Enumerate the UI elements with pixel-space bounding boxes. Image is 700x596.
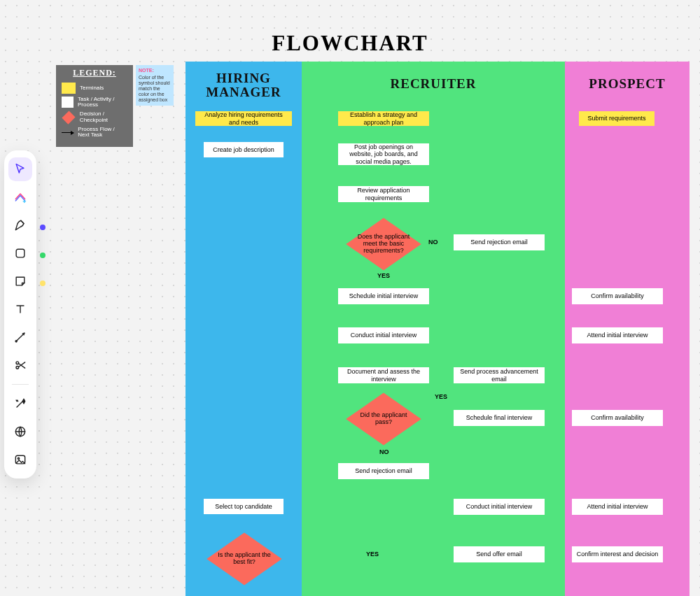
node-review-reqs[interactable]: Review application requirements (338, 186, 429, 202)
shape-tool[interactable] (8, 241, 32, 265)
text-tool[interactable] (8, 297, 32, 321)
swimlanes[interactable]: HIRING MANAGER Analyze hiring requiremen… (186, 62, 690, 596)
legend-label-flow: Process Flow / Next Task (78, 127, 127, 139)
node-did-pass-label: Did the applicant pass? (346, 392, 421, 446)
node-select-top[interactable]: Select top candidate (204, 499, 284, 514)
ai-icon (13, 190, 27, 204)
edge-label-no-1: NO (428, 239, 438, 246)
pen-tool[interactable] (8, 213, 32, 237)
image-tool[interactable] (8, 448, 32, 471)
edge-label-yes-1: YES (377, 272, 390, 279)
scissors-icon (13, 358, 27, 372)
node-create-desc[interactable]: Create job description (204, 142, 284, 157)
edge-label-yes-3: YES (366, 551, 379, 558)
node-submit-reqs[interactable]: Submit requirements (579, 111, 654, 126)
sticky-icon (13, 274, 27, 288)
globe-icon (13, 425, 27, 439)
edge-label-no-2: NO (379, 448, 389, 455)
node-confirm-avail-1[interactable]: Confirm availability (572, 288, 663, 304)
node-post-openings[interactable]: Post job openings on website, job boards… (338, 143, 429, 165)
legend-title: LEGEND: (62, 68, 127, 78)
toolbar-divider (12, 384, 29, 385)
ai-tool[interactable] (8, 185, 32, 209)
sparkle-icon (13, 397, 27, 411)
legend-row-flow: Process Flow / Next Task (62, 127, 127, 139)
node-confirm-interest[interactable]: Confirm interest and decision (572, 546, 663, 562)
note-heading: NOTE: (139, 68, 171, 73)
node-rejection-2[interactable]: Send rejection email (338, 463, 429, 479)
pointer-tool[interactable] (8, 157, 32, 181)
connector-icon (13, 330, 27, 344)
node-analyze[interactable]: Analyze hiring requirements and needs (195, 111, 292, 126)
node-schedule-initial[interactable]: Schedule initial interview (338, 288, 429, 304)
svg-point-1 (15, 341, 17, 342)
pointer-icon (13, 162, 27, 176)
lane-header-recruiter: RECRUITER (302, 62, 565, 101)
node-attend-initial-2[interactable]: Attend initial interview (572, 499, 663, 515)
node-schedule-final[interactable]: Schedule final interview (454, 410, 545, 426)
node-best-fit-label: Is the applicant the best fit? (206, 532, 282, 586)
svg-point-6 (18, 457, 19, 459)
globe-tool[interactable] (8, 420, 32, 444)
sticky-color-indicator (40, 281, 46, 286)
lane-header-hiring: HIRING MANAGER (186, 62, 302, 109)
shape-color-indicator (40, 253, 46, 258)
text-icon (13, 302, 27, 316)
node-adv-email[interactable]: Send process advancement email (454, 367, 545, 383)
legend-swatch-process (62, 97, 74, 108)
sticky-tool[interactable] (8, 269, 32, 293)
legend-swatch-terminal (62, 83, 76, 94)
legend-row-decision: Decision / Checkpoint (62, 111, 127, 124)
node-attend-initial-1[interactable]: Attend initial interview (572, 327, 663, 343)
lane-header-prospect: PROSPECT (565, 62, 690, 101)
note-panel[interactable]: NOTE: Color of the symbol should match t… (136, 65, 174, 106)
legend-panel[interactable]: LEGEND: Terminals Task / Activity / Proc… (56, 65, 133, 147)
legend-label-decision: Decision / Checkpoint (80, 111, 127, 123)
legend-row-process: Task / Activity / Process (62, 97, 127, 108)
legend-label-terminals: Terminals (80, 85, 104, 91)
node-doc-assess[interactable]: Document and assess the interview (338, 367, 429, 383)
svg-rect-0 (16, 249, 24, 257)
pen-color-indicator (40, 225, 46, 230)
lane-prospect[interactable]: PROSPECT Submit requirements Confirm ava… (565, 62, 690, 596)
node-rejection-1[interactable]: Send rejection email (454, 234, 545, 250)
legend-swatch-flow (62, 132, 74, 133)
node-send-offer[interactable]: Send offer email (454, 546, 545, 562)
note-body: Color of the symbol should match the col… (139, 75, 170, 102)
lane-hiring-manager[interactable]: HIRING MANAGER Analyze hiring requiremen… (186, 62, 302, 596)
left-toolbar (4, 150, 36, 478)
node-strategy[interactable]: Establish a strategy and approach plan (338, 111, 429, 126)
flowchart-title: FLOWCHART (0, 31, 700, 56)
node-did-pass[interactable]: Did the applicant pass? (346, 392, 421, 446)
image-icon (13, 453, 27, 467)
edge-label-yes-2: YES (435, 393, 447, 400)
connector-tool[interactable] (8, 325, 32, 349)
node-conduct-initial[interactable]: Conduct initial interview (338, 327, 429, 343)
lane-recruiter[interactable]: RECRUITER Establish a strategy and appro… (302, 62, 565, 596)
legend-row-terminals: Terminals (62, 83, 127, 94)
node-meets-basic-label: Does the applicant meet the basic requir… (346, 217, 421, 271)
scissors-tool[interactable] (8, 353, 32, 377)
sparkle-tool[interactable] (8, 392, 32, 416)
node-meets-basic[interactable]: Does the applicant meet the basic requir… (346, 217, 421, 271)
pen-icon (13, 218, 27, 232)
legend-swatch-decision (62, 111, 75, 124)
legend-label-process: Task / Activity / Process (78, 97, 127, 108)
shape-icon (13, 246, 27, 260)
node-best-fit[interactable]: Is the applicant the best fit? (206, 532, 282, 586)
node-confirm-avail-2[interactable]: Confirm availability (572, 410, 663, 426)
node-conduct-initial-2[interactable]: Conduct initial interview (454, 499, 545, 515)
